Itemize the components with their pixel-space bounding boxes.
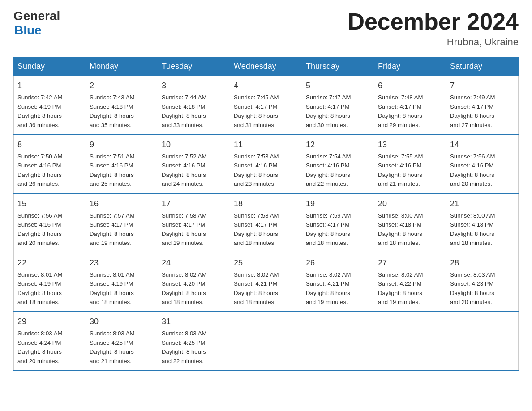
- day-info: Sunrise: 7:49 AMSunset: 4:17 PMDaylight:…: [450, 93, 515, 130]
- calendar-day-cell: 10Sunrise: 7:52 AMSunset: 4:16 PMDayligh…: [158, 135, 230, 194]
- calendar-day-cell: [302, 312, 374, 371]
- day-number: 13: [378, 139, 442, 151]
- day-info: Sunrise: 8:03 AMSunset: 4:24 PMDaylight:…: [17, 329, 82, 366]
- day-info: Sunrise: 7:50 AMSunset: 4:16 PMDaylight:…: [17, 152, 82, 189]
- day-info: Sunrise: 7:59 AMSunset: 4:17 PMDaylight:…: [306, 211, 370, 248]
- calendar-day-cell: 8Sunrise: 7:50 AMSunset: 4:16 PMDaylight…: [14, 135, 86, 194]
- day-number: 25: [234, 257, 298, 269]
- calendar-day-cell: 17Sunrise: 7:58 AMSunset: 4:17 PMDayligh…: [158, 194, 230, 253]
- day-info: Sunrise: 7:48 AMSunset: 4:17 PMDaylight:…: [378, 93, 442, 130]
- header-saturday: Saturday: [446, 57, 519, 76]
- day-number: 2: [90, 80, 154, 92]
- day-info: Sunrise: 7:56 AMSunset: 4:16 PMDaylight:…: [450, 152, 515, 189]
- header-monday: Monday: [86, 57, 158, 76]
- day-number: 27: [378, 257, 442, 269]
- title-section: December 2024 Hrubna, Ukraine: [348, 9, 519, 48]
- day-info: Sunrise: 8:00 AMSunset: 4:18 PMDaylight:…: [450, 211, 515, 248]
- calendar-day-cell: 21Sunrise: 8:00 AMSunset: 4:18 PMDayligh…: [446, 194, 519, 253]
- day-info: Sunrise: 7:56 AMSunset: 4:16 PMDaylight:…: [17, 211, 82, 248]
- day-number: 15: [17, 198, 82, 210]
- calendar-day-cell: 3Sunrise: 7:44 AMSunset: 4:18 PMDaylight…: [158, 76, 230, 135]
- day-info: Sunrise: 7:58 AMSunset: 4:17 PMDaylight:…: [234, 211, 298, 248]
- day-number: 7: [450, 80, 515, 92]
- day-info: Sunrise: 8:00 AMSunset: 4:18 PMDaylight:…: [378, 211, 442, 248]
- day-info: Sunrise: 7:57 AMSunset: 4:17 PMDaylight:…: [90, 211, 154, 248]
- day-number: 20: [378, 198, 442, 210]
- calendar-day-cell: [230, 312, 302, 371]
- day-info: Sunrise: 7:58 AMSunset: 4:17 PMDaylight:…: [162, 211, 226, 248]
- calendar-day-cell: 23Sunrise: 8:01 AMSunset: 4:19 PMDayligh…: [86, 253, 158, 312]
- day-number: 17: [162, 198, 226, 210]
- calendar-day-cell: 19Sunrise: 7:59 AMSunset: 4:17 PMDayligh…: [302, 194, 374, 253]
- header-thursday: Thursday: [302, 57, 374, 76]
- day-number: 1: [17, 80, 82, 92]
- day-number: 18: [234, 198, 298, 210]
- day-number: 12: [306, 139, 370, 151]
- day-number: 30: [90, 316, 154, 328]
- header-wednesday: Wednesday: [230, 57, 302, 76]
- calendar-week-row: 15Sunrise: 7:56 AMSunset: 4:16 PMDayligh…: [14, 194, 519, 253]
- header-friday: Friday: [374, 57, 446, 76]
- day-number: 10: [162, 139, 226, 151]
- calendar-day-cell: 11Sunrise: 7:53 AMSunset: 4:16 PMDayligh…: [230, 135, 302, 194]
- day-info: Sunrise: 8:03 AMSunset: 4:23 PMDaylight:…: [450, 270, 515, 307]
- day-info: Sunrise: 8:01 AMSunset: 4:19 PMDaylight:…: [90, 270, 154, 307]
- calendar-day-cell: 26Sunrise: 8:02 AMSunset: 4:21 PMDayligh…: [302, 253, 374, 312]
- weekday-header-row: Sunday Monday Tuesday Wednesday Thursday…: [14, 57, 519, 76]
- day-info: Sunrise: 7:43 AMSunset: 4:18 PMDaylight:…: [90, 93, 154, 130]
- calendar-week-row: 22Sunrise: 8:01 AMSunset: 4:19 PMDayligh…: [14, 253, 519, 312]
- location: Hrubna, Ukraine: [348, 36, 519, 48]
- calendar-day-cell: 5Sunrise: 7:47 AMSunset: 4:17 PMDaylight…: [302, 76, 374, 135]
- calendar-day-cell: 1Sunrise: 7:42 AMSunset: 4:19 PMDaylight…: [14, 76, 86, 135]
- calendar-day-cell: 9Sunrise: 7:51 AMSunset: 4:16 PMDaylight…: [86, 135, 158, 194]
- day-number: 23: [90, 257, 154, 269]
- day-number: 22: [17, 257, 82, 269]
- calendar-day-cell: 6Sunrise: 7:48 AMSunset: 4:17 PMDaylight…: [374, 76, 446, 135]
- calendar-week-row: 1Sunrise: 7:42 AMSunset: 4:19 PMDaylight…: [14, 76, 519, 135]
- header-sunday: Sunday: [14, 57, 86, 76]
- day-info: Sunrise: 8:02 AMSunset: 4:20 PMDaylight:…: [162, 270, 226, 307]
- day-info: Sunrise: 7:54 AMSunset: 4:16 PMDaylight:…: [306, 152, 370, 189]
- day-number: 4: [234, 80, 298, 92]
- calendar-week-row: 8Sunrise: 7:50 AMSunset: 4:16 PMDaylight…: [14, 135, 519, 194]
- day-info: Sunrise: 8:02 AMSunset: 4:21 PMDaylight:…: [234, 270, 298, 307]
- day-number: 5: [306, 80, 370, 92]
- day-info: Sunrise: 7:53 AMSunset: 4:16 PMDaylight:…: [234, 152, 298, 189]
- day-info: Sunrise: 7:51 AMSunset: 4:16 PMDaylight:…: [90, 152, 154, 189]
- day-number: 8: [17, 139, 82, 151]
- month-title: December 2024: [348, 9, 519, 34]
- calendar-day-cell: 25Sunrise: 8:02 AMSunset: 4:21 PMDayligh…: [230, 253, 302, 312]
- header-tuesday: Tuesday: [158, 57, 230, 76]
- day-number: 24: [162, 257, 226, 269]
- calendar-day-cell: 13Sunrise: 7:55 AMSunset: 4:16 PMDayligh…: [374, 135, 446, 194]
- calendar-week-row: 29Sunrise: 8:03 AMSunset: 4:24 PMDayligh…: [14, 312, 519, 371]
- day-number: 3: [162, 80, 226, 92]
- day-number: 31: [162, 316, 226, 328]
- calendar-day-cell: 15Sunrise: 7:56 AMSunset: 4:16 PMDayligh…: [14, 194, 86, 253]
- calendar-day-cell: 29Sunrise: 8:03 AMSunset: 4:24 PMDayligh…: [14, 312, 86, 371]
- calendar-day-cell: 4Sunrise: 7:45 AMSunset: 4:17 PMDaylight…: [230, 76, 302, 135]
- day-number: 16: [90, 198, 154, 210]
- day-number: 11: [234, 139, 298, 151]
- calendar-day-cell: 27Sunrise: 8:02 AMSunset: 4:22 PMDayligh…: [374, 253, 446, 312]
- day-info: Sunrise: 8:02 AMSunset: 4:22 PMDaylight:…: [378, 270, 442, 307]
- day-info: Sunrise: 8:02 AMSunset: 4:21 PMDaylight:…: [306, 270, 370, 307]
- day-info: Sunrise: 8:03 AMSunset: 4:25 PMDaylight:…: [162, 329, 226, 366]
- calendar-day-cell: 12Sunrise: 7:54 AMSunset: 4:16 PMDayligh…: [302, 135, 374, 194]
- calendar-day-cell: 22Sunrise: 8:01 AMSunset: 4:19 PMDayligh…: [14, 253, 86, 312]
- day-info: Sunrise: 7:52 AMSunset: 4:16 PMDaylight:…: [162, 152, 226, 189]
- day-number: 29: [17, 316, 82, 328]
- day-info: Sunrise: 8:03 AMSunset: 4:25 PMDaylight:…: [90, 329, 154, 366]
- day-info: Sunrise: 7:45 AMSunset: 4:17 PMDaylight:…: [234, 93, 298, 130]
- calendar-day-cell: 28Sunrise: 8:03 AMSunset: 4:23 PMDayligh…: [446, 253, 519, 312]
- calendar-day-cell: 18Sunrise: 7:58 AMSunset: 4:17 PMDayligh…: [230, 194, 302, 253]
- day-number: 21: [450, 198, 515, 210]
- calendar-day-cell: 24Sunrise: 8:02 AMSunset: 4:20 PMDayligh…: [158, 253, 230, 312]
- logo-blue-text: Blue: [14, 23, 42, 38]
- day-number: 28: [450, 257, 515, 269]
- logo: General Blue: [13, 9, 60, 38]
- page-header: General Blue December 2024 Hrubna, Ukrai…: [13, 9, 519, 48]
- calendar-day-cell: 7Sunrise: 7:49 AMSunset: 4:17 PMDaylight…: [446, 76, 519, 135]
- day-number: 6: [378, 80, 442, 92]
- day-number: 9: [90, 139, 154, 151]
